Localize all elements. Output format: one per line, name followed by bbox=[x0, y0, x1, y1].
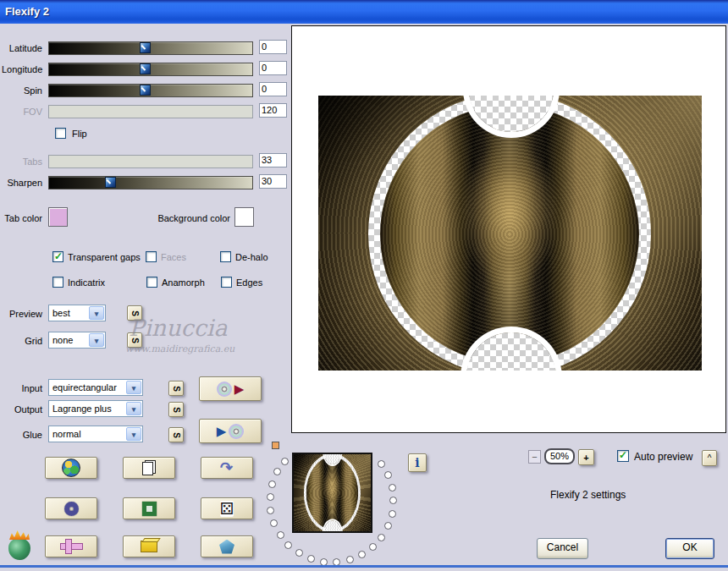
info-button[interactable]: i bbox=[408, 453, 427, 472]
status-text: Flexify 2 settings bbox=[550, 489, 626, 501]
sharpen-label: Sharpen bbox=[2, 177, 42, 189]
indicatrix-checkbox[interactable] bbox=[52, 277, 63, 288]
output-select-value: Lagrange plus bbox=[52, 404, 112, 414]
dot bbox=[378, 460, 385, 468]
chevron-down-icon[interactable]: ▾ bbox=[126, 402, 141, 415]
play-right-icon: ▶ bbox=[234, 382, 245, 395]
output-s-button[interactable]: S bbox=[168, 402, 184, 417]
fov-label: FOV bbox=[2, 106, 42, 118]
load-settings-button[interactable]: ▶ bbox=[199, 376, 262, 401]
faces-label: Faces bbox=[161, 251, 186, 263]
globe-icon bbox=[62, 458, 80, 477]
dot bbox=[277, 531, 284, 539]
copy-button[interactable] bbox=[123, 457, 175, 479]
dot bbox=[389, 510, 396, 518]
play-right-icon: ▶ bbox=[217, 425, 227, 437]
chevron-down-icon[interactable]: ▾ bbox=[126, 381, 141, 394]
longitude-slider[interactable] bbox=[48, 63, 253, 76]
chevron-down-icon[interactable]: ▾ bbox=[89, 333, 104, 347]
fov-slider bbox=[48, 105, 253, 118]
dot bbox=[389, 484, 396, 491]
chevron-down-icon[interactable]: ▾ bbox=[89, 306, 104, 320]
tabs-value-input[interactable]: 33 bbox=[259, 153, 287, 167]
frame-button[interactable] bbox=[123, 497, 175, 519]
cancel-button[interactable]: Cancel bbox=[537, 538, 588, 559]
grid-select[interactable]: none ▾ bbox=[48, 332, 106, 349]
spin-slider-thumb[interactable] bbox=[140, 85, 151, 96]
latitude-label: Latitude bbox=[2, 42, 42, 54]
flip-label: Flip bbox=[72, 128, 87, 140]
faces-checkbox bbox=[146, 251, 157, 262]
preview-select[interactable]: best ▾ bbox=[48, 305, 106, 321]
chevron-down-icon[interactable]: ▾ bbox=[126, 427, 141, 441]
fov-value-input[interactable]: 120 bbox=[259, 103, 287, 118]
brick-button[interactable] bbox=[123, 535, 175, 557]
latitude-value-input[interactable]: 0 bbox=[259, 40, 287, 54]
cube-net-button[interactable] bbox=[45, 535, 97, 557]
pages-icon bbox=[142, 460, 156, 475]
check-icon: ✓ bbox=[54, 250, 63, 262]
thumbnail-art bbox=[294, 454, 371, 531]
torus-button[interactable] bbox=[45, 497, 97, 519]
globe-button[interactable] bbox=[45, 457, 97, 479]
longitude-slider-thumb[interactable] bbox=[140, 63, 151, 74]
dot bbox=[369, 543, 377, 551]
sphere-render bbox=[380, 105, 639, 364]
latitude-slider-thumb[interactable] bbox=[140, 42, 151, 53]
dot bbox=[273, 468, 281, 475]
longitude-value-input[interactable]: 0 bbox=[259, 61, 287, 75]
edges-checkbox[interactable] bbox=[221, 277, 232, 288]
input-select-value: equirectangular bbox=[52, 382, 117, 393]
window-border-bottom bbox=[0, 565, 728, 568]
input-s-button[interactable]: S bbox=[168, 381, 184, 396]
undo-button[interactable]: ↶ bbox=[201, 457, 253, 479]
random-button[interactable]: ⚄ bbox=[201, 497, 253, 519]
ok-button[interactable]: OK bbox=[665, 538, 714, 559]
ring-marker-square bbox=[272, 442, 279, 449]
grid-label: Grid bbox=[2, 335, 42, 347]
spin-value-input[interactable]: 0 bbox=[259, 82, 287, 96]
zoom-out-button[interactable]: − bbox=[528, 450, 541, 464]
tabs-label: Tabs bbox=[2, 156, 42, 167]
dot bbox=[295, 549, 303, 557]
grid-select-value: none bbox=[52, 335, 73, 345]
glue-select-value: normal bbox=[52, 429, 81, 439]
dot bbox=[284, 541, 292, 549]
collapse-button[interactable]: ^ bbox=[702, 450, 717, 466]
dot bbox=[267, 493, 274, 501]
dehalo-checkbox[interactable] bbox=[220, 251, 231, 262]
preview-image bbox=[318, 96, 702, 371]
preview-thumbnail[interactable] bbox=[292, 453, 372, 533]
tab-color-swatch[interactable] bbox=[48, 207, 68, 227]
latitude-slider[interactable] bbox=[48, 41, 253, 55]
dot bbox=[268, 480, 276, 488]
indicatrix-label: Indicatrix bbox=[68, 277, 105, 288]
sharpen-slider[interactable] bbox=[48, 176, 253, 189]
transparent-gaps-checkbox[interactable]: ✓ bbox=[52, 251, 63, 262]
sharpen-slider-thumb[interactable] bbox=[105, 177, 116, 188]
gem-button[interactable] bbox=[201, 535, 253, 557]
glue-select[interactable]: normal ▾ bbox=[48, 426, 143, 442]
preview-label: Preview bbox=[2, 308, 42, 320]
glue-s-button[interactable]: S bbox=[168, 427, 184, 442]
anamorph-checkbox[interactable] bbox=[146, 277, 157, 288]
input-select[interactable]: equirectangular ▾ bbox=[48, 379, 143, 396]
auto-preview-checkbox[interactable]: ✓ bbox=[617, 450, 629, 462]
preview-select-value: best bbox=[52, 308, 70, 318]
undo-arrow-icon: ↶ bbox=[220, 458, 233, 477]
spin-label: Spin bbox=[2, 85, 42, 96]
spin-slider[interactable] bbox=[48, 84, 253, 97]
watermark-name: Pinuccia bbox=[129, 315, 228, 341]
cd-icon bbox=[217, 382, 232, 397]
zoom-in-button[interactable]: + bbox=[578, 449, 594, 465]
background-color-swatch[interactable] bbox=[234, 207, 254, 227]
flip-checkbox[interactable] bbox=[55, 128, 66, 139]
output-select[interactable]: Lagrange plus ▾ bbox=[48, 400, 143, 417]
dot bbox=[358, 551, 366, 558]
zoom-level[interactable]: 50% bbox=[544, 448, 575, 464]
dot bbox=[346, 556, 354, 563]
save-settings-button[interactable]: ▶ bbox=[199, 419, 262, 443]
dot bbox=[384, 522, 392, 530]
title-bar[interactable]: Flexify 2 bbox=[0, 0, 728, 24]
sharpen-value-input[interactable]: 30 bbox=[259, 174, 287, 189]
